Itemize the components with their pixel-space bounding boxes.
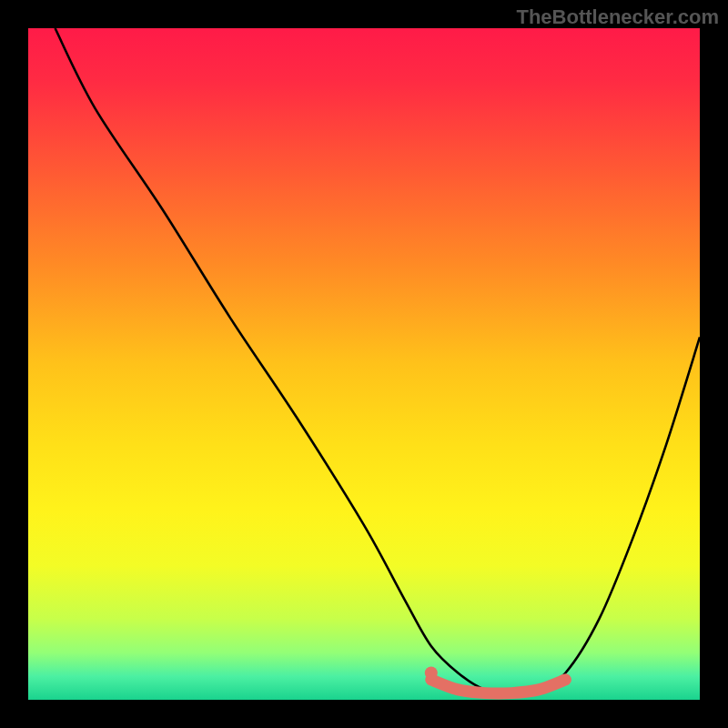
watermark-text: TheBottlenecker.com	[516, 5, 719, 29]
bottleneck-curve	[56, 28, 700, 693]
chart-curves	[28, 28, 700, 700]
optimal-range-highlight	[431, 680, 566, 693]
optimal-start-marker	[425, 666, 438, 679]
chart-plot-area	[28, 28, 700, 700]
